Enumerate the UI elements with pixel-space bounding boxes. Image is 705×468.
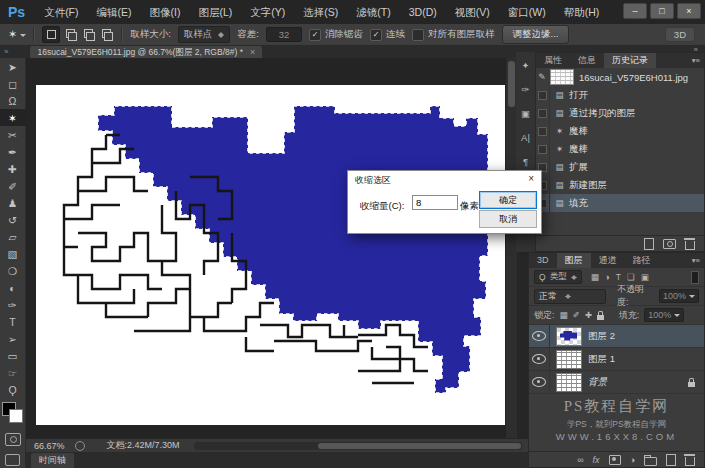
link-layers-icon[interactable]: ∞ [577, 455, 583, 465]
new-document-from-state-icon[interactable] [644, 238, 654, 250]
scrollbar-thumb[interactable] [508, 61, 515, 107]
adjustment-layer-icon[interactable]: ◑ [630, 455, 635, 465]
history-state-row[interactable]: ▤ 填充 [536, 194, 704, 212]
menu-item[interactable]: 选择(S) [294, 0, 347, 24]
menu-item[interactable]: 3D(D) [400, 0, 446, 24]
window-control-button[interactable]: □ [650, 3, 674, 19]
lock-all-icon[interactable] [597, 315, 604, 320]
window-control-button[interactable]: × [677, 3, 701, 19]
lock-option-icon[interactable]: ✐ [573, 310, 580, 320]
tab-timeline[interactable]: 时间轴 [31, 453, 74, 468]
menu-item[interactable]: 图层(L) [189, 0, 241, 24]
tool-button[interactable]: Ω [0, 92, 26, 109]
tool-button[interactable]: ◻ [0, 75, 26, 92]
menu-item[interactable]: 滤镜(T) [347, 0, 399, 24]
contiguous-checkbox[interactable]: ✓ 连续 [370, 28, 405, 41]
tool-button[interactable]: ✒ [0, 143, 26, 160]
panel-menu-icon[interactable]: ▾≡ [692, 253, 704, 268]
workspace-3d-button[interactable]: 3D [665, 27, 695, 42]
layer-style-icon[interactable]: fx [593, 455, 600, 465]
dialog-close-icon[interactable]: × [528, 173, 534, 184]
tool-button[interactable]: T [0, 313, 26, 330]
layer-filter-icon[interactable]: ▦ [591, 272, 599, 282]
tool-button[interactable]: ✐ [0, 177, 26, 194]
document-tab[interactable]: 16sucai_V579E6H011.jpg @ 66.7%(图层 2, RGB… [30, 46, 262, 58]
tool-button[interactable]: ➤ [0, 58, 26, 75]
sample-all-layers-checkbox[interactable]: 对所有图层取样 [412, 28, 495, 41]
color-swatches[interactable] [2, 402, 24, 424]
tool-button[interactable]: ♟ [0, 194, 26, 211]
tab-scroll-icon[interactable]: » [0, 46, 12, 58]
tool-button[interactable]: ❍ [0, 262, 26, 279]
document-canvas[interactable] [36, 85, 505, 425]
dock-panel-icon[interactable]: A| [521, 132, 530, 143]
tool-button[interactable]: ✶ [0, 109, 26, 126]
refine-edge-button[interactable]: 调整边缘... [502, 25, 570, 44]
history-source-checkbox[interactable] [536, 140, 550, 158]
quick-mask-button[interactable] [5, 433, 21, 446]
tool-button[interactable]: ▱ [0, 228, 26, 245]
layer-row[interactable]: 背景 [529, 371, 704, 394]
history-state-row[interactable]: ▤ 扩展 [536, 158, 704, 176]
menu-item[interactable]: 帮助(H) [555, 0, 609, 24]
close-tab-icon[interactable]: × [250, 46, 255, 58]
tool-button[interactable]: ▭ [0, 347, 26, 364]
dock-panel-icon[interactable]: ✑ [522, 84, 530, 95]
new-group-icon[interactable] [644, 457, 657, 466]
panel-tab[interactable]: 属性 [536, 53, 570, 68]
layer-mask-icon[interactable] [609, 455, 621, 465]
delete-state-icon[interactable] [685, 241, 695, 250]
fill-value[interactable]: 100% [644, 308, 684, 322]
sample-size-dropdown[interactable]: 取样点 [178, 26, 231, 43]
history-source-checkbox[interactable] [536, 104, 550, 122]
layer-row[interactable]: 图层 1 [529, 348, 704, 371]
history-source-checkbox[interactable] [536, 86, 550, 104]
blend-mode-dropdown[interactable]: 正常 [534, 289, 606, 304]
menu-item[interactable]: 窗口(W) [499, 0, 555, 24]
tool-button[interactable]: ◐ [0, 279, 26, 296]
history-state-row[interactable]: ▤ 打开 [536, 86, 704, 104]
layer-filter-icon[interactable]: ❏ [627, 272, 635, 282]
ok-button[interactable]: 确定 [479, 191, 537, 209]
document-size-info[interactable]: 文档:2.42M/7.30M [107, 439, 180, 452]
lock-option-icon[interactable]: ✚ [585, 310, 592, 320]
history-state-row[interactable]: ✶ 魔棒 [536, 140, 704, 158]
dock-panel-icon[interactable]: ✦ [522, 60, 530, 71]
layer-filter-icon[interactable]: ▣ [641, 272, 649, 282]
layer-visibility-toggle[interactable] [529, 371, 550, 393]
canvas-area[interactable] [26, 58, 505, 438]
dock-panel-icon[interactable]: ▣ [521, 108, 530, 119]
current-tool-preset[interactable]: ✶ [8, 28, 26, 41]
new-layer-icon[interactable] [666, 454, 676, 466]
new-selection-button[interactable] [42, 26, 60, 43]
history-brush-source-icon[interactable]: ✎ [536, 72, 548, 82]
menu-item[interactable]: 文字(Y) [241, 0, 294, 24]
history-snapshot-row[interactable]: ✎ 16sucai_V579E6H011.jpg [536, 68, 704, 86]
new-snapshot-icon[interactable] [663, 239, 676, 249]
layer-visibility-toggle[interactable] [529, 348, 550, 370]
opacity-value[interactable]: 100% [659, 289, 699, 303]
history-source-checkbox[interactable] [536, 122, 550, 140]
menu-item[interactable]: 文件(F) [35, 0, 87, 24]
horizontal-scrollbar[interactable] [194, 442, 522, 450]
panel-tab[interactable]: 信息 [570, 53, 604, 68]
contract-amount-input[interactable] [412, 195, 458, 210]
tool-button[interactable]: Ϙ [0, 381, 26, 398]
filter-toggle-switch[interactable] [691, 271, 699, 284]
anti-alias-checkbox[interactable]: ✓ 消除锯齿 [309, 28, 363, 41]
subtract-from-selection-button[interactable] [80, 26, 96, 41]
tool-button[interactable]: ✚ [0, 160, 26, 177]
tool-button[interactable]: ▧ [0, 245, 26, 262]
tolerance-input[interactable]: 32 [266, 27, 302, 42]
layer-filter-icon[interactable]: ◑ [605, 272, 610, 282]
window-control-button[interactable]: – [623, 3, 647, 19]
history-state-row[interactable]: ✶ 魔棒 [536, 122, 704, 140]
cancel-button[interactable]: 取消 [479, 210, 537, 228]
layer-visibility-toggle[interactable] [529, 325, 550, 347]
panel-tab[interactable]: 图层 [557, 253, 591, 268]
tool-button[interactable]: ✂ [0, 126, 26, 143]
tool-button[interactable]: ✑ [0, 296, 26, 313]
layer-filter-icon[interactable]: T [616, 272, 621, 282]
menu-item[interactable]: 视图(V) [446, 0, 499, 24]
delete-layer-icon[interactable] [685, 457, 695, 466]
